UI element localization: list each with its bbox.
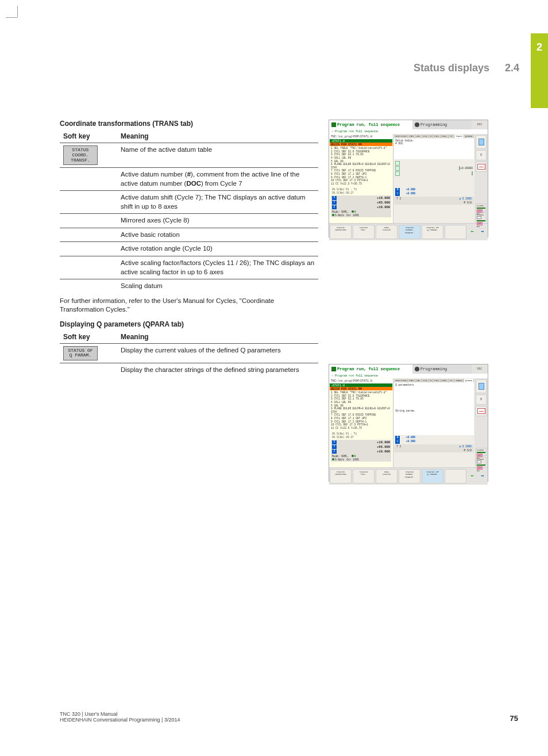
app-icon: [331, 367, 336, 371]
softkey-cell: STATUS COORD. TRANSF.: [60, 143, 117, 168]
mirror-icon: [395, 166, 400, 171]
sk-status-coord-transf[interactable]: STATUS COORD. TRANSF.: [399, 225, 420, 239]
scale-icon: [395, 171, 400, 176]
dnc-label: DNC: [472, 364, 488, 374]
softkey-arrow-right[interactable]: ➡: [477, 468, 488, 485]
meaning-cell: Display the character strings of the def…: [117, 363, 318, 377]
sk-status-pos[interactable]: STATUS POS.: [353, 469, 375, 483]
right-icon-axes[interactable]: [476, 406, 487, 416]
softkey-status-q-param[interactable]: STATUS OF Q PARAM.: [63, 346, 98, 361]
content: Coordinate transformations (TRANS tab) S…: [60, 120, 514, 482]
trans-info-top: Datum table: # DOC: [394, 139, 474, 159]
pos-extra: B +0.000 C +0.000: [394, 187, 474, 197]
qpara-panel: Q parameters String param.: [394, 382, 474, 435]
override-f[interactable]: F100% OFF ON: [476, 457, 487, 465]
sk-tool-status[interactable]: TOOL STATUS: [376, 225, 398, 239]
meaning-cell: Display the current values of the define…: [117, 343, 318, 363]
sk-status-q-param[interactable]: STATUS OF Q PARAM.: [422, 469, 443, 483]
status-tabs[interactable]: OverviewPGMLBLCYCMPOSTOOLTTTRANSQPARA: [394, 379, 474, 382]
position-panel: X+10.000 Y+95.000 Z+10.000 Mode: NOML. 0…: [331, 440, 391, 462]
table-qpara: Soft key Meaning STATUS OF Q PARAM. Disp…: [60, 331, 318, 377]
right-icon-m[interactable]: [476, 379, 487, 393]
wave-icon: [477, 216, 481, 219]
program-listing: 1 SEL TABLE "TNC:\table\zeroshift.d" 2 C…: [330, 390, 392, 431]
status-tabs[interactable]: OverviewPGMLBLCYCMPOSTOOLTTTRANSQPARA: [394, 135, 474, 138]
page: 2 Status displays 2.4 Coordinate transfo…: [28, 28, 548, 728]
softkey-status-coord-transf[interactable]: STATUS COORD. TRANSF.: [63, 145, 98, 165]
note-trans: For further information, refer to the Us…: [60, 297, 318, 314]
page-number: 75: [510, 714, 518, 723]
program-path: TNC:\nc_prog\PGM\STAT1.H: [330, 135, 392, 139]
footer-line2: HEIDENHAIN Conversational Programming | …: [60, 717, 180, 723]
right-icon-axes[interactable]: [476, 162, 487, 172]
th-softkey: Soft key: [60, 331, 117, 344]
sk-status-overview[interactable]: STATUS OVERVIEW: [330, 225, 352, 239]
sk-status-pos[interactable]: STATUS POS.: [353, 225, 375, 239]
meaning-cell: Active rotation angle (Cycle 10): [117, 242, 318, 256]
softkey-cell: STATUS OF Q PARAM.: [60, 343, 117, 363]
screenshot-trans: Program run, full sequence Programming D…: [329, 120, 488, 237]
gear-icon: [415, 122, 419, 127]
right-icon-m[interactable]: [476, 135, 487, 149]
sk-status-coord-transf[interactable]: STATUS COORD. TRANSF.: [399, 469, 420, 483]
scale-datum-icon: [472, 171, 473, 175]
screenshot-qpara: Program run, full sequence Programming D…: [329, 364, 488, 482]
subtitle: → Program run full sequence: [329, 129, 488, 134]
gear-icon: [415, 367, 419, 371]
meaning-cell: Active basic rotation: [117, 228, 318, 242]
page-footer: TNC 320 | User's Manual HEIDENHAIN Conve…: [60, 711, 518, 723]
softkey-row: STATUS OVERVIEW STATUS POS. TOOL STATUS …: [329, 467, 488, 485]
subtitle: → Program run full sequence: [329, 374, 488, 378]
datum-shift-icon: [395, 161, 400, 166]
header-section-number: 2.4: [505, 62, 519, 74]
meaning-cell: Name of the active datum table: [117, 143, 318, 168]
right-toolbar: S S100%OFF ON F100% OFF ON: [474, 134, 488, 223]
chapter-number: 2: [531, 33, 548, 53]
program-listing: 1 SEL TABLE "TNC:\table\zeroshift.d" 2 C…: [330, 146, 392, 186]
position-panel: X+10.000 Y+95.000 Z+10.000 Mode: NOML. 0…: [331, 195, 391, 217]
softkey-row: STATUS OVERVIEW STATUS POS. TOOL STATUS …: [329, 223, 488, 240]
sk-status-overview[interactable]: STATUS OVERVIEW: [330, 469, 352, 483]
wave-icon: [477, 460, 481, 463]
dnc-label: DNC: [472, 120, 488, 129]
softkey-arrow-right[interactable]: ➡: [477, 224, 488, 240]
section-title-trans: Coordinate transformations (TRANS tab): [60, 120, 318, 128]
pos-extra: B +0.000 C +0.000: [394, 435, 474, 444]
th-meaning: Meaning: [117, 130, 318, 143]
th-softkey: Soft key: [60, 130, 117, 143]
page-header: Status displays 2.4: [414, 62, 519, 74]
meaning-cell: Mirrored axes (Cycle 8): [117, 214, 318, 228]
meaning-cell: Active scaling factor/factors (Cycles 11…: [117, 256, 318, 279]
meaning-cell: Active datum number (#), comment from th…: [117, 168, 318, 191]
softkey-arrow-left[interactable]: ⬅: [467, 468, 477, 485]
softkey-arrow-left[interactable]: ⬅: [467, 224, 477, 240]
trans-info-lines: +0.00000: [394, 160, 474, 187]
sk-status-q-param[interactable]: STATUS OF Q PARAM.: [422, 225, 443, 239]
right-icon-s[interactable]: S: [476, 394, 487, 405]
section-title-qpara: Displaying Q parameters (QPARA tab): [60, 320, 318, 328]
chapter-tab: 2: [531, 33, 548, 108]
sk-empty: [445, 469, 466, 483]
app-icon: [331, 122, 336, 127]
right-icon-s[interactable]: S: [476, 150, 487, 160]
footer-line1: TNC 320 | User's Manual: [60, 711, 180, 717]
header-title: Status displays: [414, 62, 489, 74]
sk-empty: [445, 225, 466, 239]
sk-tool-status[interactable]: TOOL STATUS: [376, 469, 398, 483]
override-s[interactable]: S100%OFF ON: [476, 448, 487, 456]
right-toolbar: S S100%OFF ON F100% OFF ON: [474, 378, 488, 467]
override-f[interactable]: F100% OFF ON: [476, 213, 487, 221]
meaning-cell: Scaling datum: [117, 279, 318, 293]
table-trans: Soft key Meaning STATUS COORD. TRANSF. N…: [60, 130, 318, 293]
th-meaning: Meaning: [117, 331, 318, 344]
override-s[interactable]: S100%OFF ON: [476, 204, 487, 212]
meaning-cell: Active datum shift (Cycle 7); The TNC di…: [117, 191, 318, 214]
